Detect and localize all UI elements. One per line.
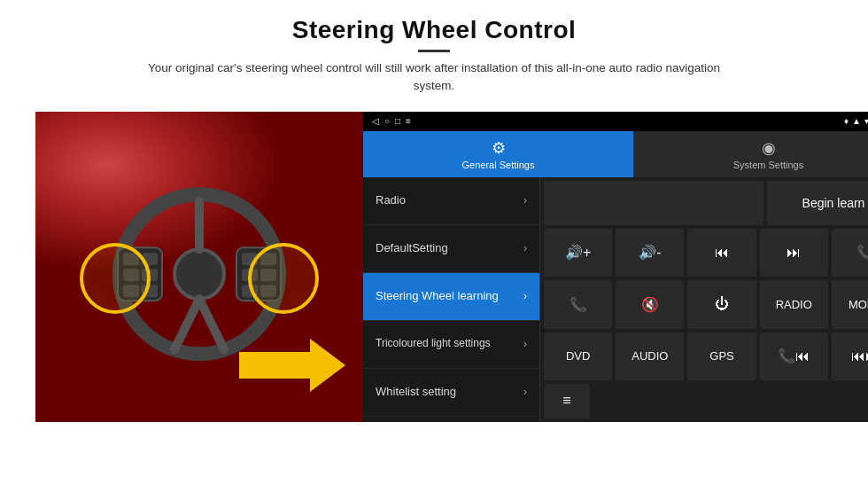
page-subtitle: Your original car's steering wheel contr… xyxy=(133,59,735,96)
nav-recent[interactable]: □ xyxy=(395,116,400,126)
volume-down-button[interactable]: 🔊- xyxy=(616,229,684,277)
menu-item-default-setting[interactable]: DefaultSetting › xyxy=(363,225,539,273)
gps-button[interactable]: GPS xyxy=(687,332,756,381)
menu-item-default-label: DefaultSetting xyxy=(376,241,523,256)
begin-learn-button[interactable]: Begin learn xyxy=(767,181,868,225)
svg-marker-19 xyxy=(239,339,345,392)
chevron-right-icon: › xyxy=(523,242,527,254)
screen-content: Radio › DefaultSetting › Steering Wheel … xyxy=(363,177,868,422)
gear-icon: ⚙ xyxy=(492,138,506,158)
highlight-circle-left xyxy=(80,243,151,314)
whitelist-icon-button[interactable]: ≡ xyxy=(544,384,590,418)
controls-panel: Begin learn 🔊+ 🔊- ⏮ xyxy=(540,177,868,422)
nav-back[interactable]: ◁ xyxy=(372,116,379,126)
begin-learn-row: Begin learn xyxy=(544,181,868,225)
whitelist-icon: ≡ xyxy=(562,393,570,409)
control-row-2: 📞 🔇 ⏻ RADIO MODE xyxy=(544,280,868,329)
radio-label: RADIO xyxy=(776,298,812,311)
status-bar: ◁ ○ □ ≡ ♦ ▲ ▾ 13:13 xyxy=(363,112,868,131)
nav-menu[interactable]: ≡ xyxy=(406,116,411,126)
dvd-button[interactable]: DVD xyxy=(544,332,612,381)
svg-line-3 xyxy=(174,299,199,349)
radio-button[interactable]: RADIO xyxy=(760,280,828,329)
tab-system-settings[interactable]: ◉ System Settings xyxy=(633,131,868,177)
system-icon: ◉ xyxy=(762,138,776,158)
phone-prev-button[interactable]: 📞⏮ xyxy=(760,332,828,381)
menu-item-whitelist-label: Whitelist setting xyxy=(376,385,523,400)
car-image-panel xyxy=(35,112,363,422)
phone-icon: 📞 xyxy=(856,244,868,261)
prev-track-icon: ⏮ xyxy=(715,245,729,261)
menu-item-radio[interactable]: Radio › xyxy=(363,177,539,225)
call-button-1[interactable]: 📞 xyxy=(832,229,868,277)
dvd-label: DVD xyxy=(566,349,590,363)
menu-item-whitelist[interactable]: Whitelist setting › xyxy=(363,369,539,417)
nav-buttons: ◁ ○ □ ≡ xyxy=(372,116,411,126)
next-track-button[interactable]: ⏭ xyxy=(760,229,828,277)
control-row-3: DVD AUDIO GPS 📞⏮ ⏮⏭ xyxy=(544,332,868,381)
title-section: Steering Wheel Control Your original car… xyxy=(133,16,735,96)
mode-label: MODE xyxy=(849,298,868,311)
volume-down-icon: 🔊- xyxy=(639,244,661,261)
control-row-4: ≡ xyxy=(544,384,868,418)
volume-up-icon: 🔊+ xyxy=(565,244,591,261)
chevron-right-icon: › xyxy=(523,338,527,350)
control-row-1: 🔊+ 🔊- ⏮ ⏭ 📞 xyxy=(544,229,868,277)
page-title: Steering Wheel Control xyxy=(133,16,735,44)
menu-item-steering-wheel[interactable]: Steering Wheel learning › xyxy=(363,273,539,321)
seek-icon: ⏮⏭ xyxy=(851,348,868,364)
answer-call-button[interactable]: 📞 xyxy=(544,280,612,329)
phone-prev-icon: 📞⏮ xyxy=(778,348,810,364)
gps-label: GPS xyxy=(709,349,733,363)
audio-label: AUDIO xyxy=(632,349,668,363)
status-indicators: ♦ ▲ ▾ 13:13 xyxy=(844,116,868,126)
audio-button[interactable]: AUDIO xyxy=(616,332,684,381)
power-icon: ⏻ xyxy=(715,296,729,312)
signal-icon: ▲ xyxy=(852,116,861,126)
tab-general-label: General Settings xyxy=(462,160,535,170)
menu-item-radio-label: Radio xyxy=(376,193,523,208)
svg-point-1 xyxy=(174,249,224,299)
svg-line-4 xyxy=(199,299,224,349)
highlight-circle-right xyxy=(248,243,319,314)
answer-icon: 📞 xyxy=(570,296,587,313)
tab-system-label: System Settings xyxy=(733,160,803,170)
mode-button[interactable]: MODE xyxy=(832,280,868,329)
volume-up-button[interactable]: 🔊+ xyxy=(544,229,612,277)
title-divider xyxy=(418,50,450,52)
chevron-right-icon: › xyxy=(523,386,527,398)
menu-item-steering-label: Steering Wheel learning xyxy=(376,289,523,304)
chevron-right-icon: › xyxy=(523,194,527,207)
blank-display-area xyxy=(544,181,763,225)
android-screen: ◁ ○ □ ≡ ♦ ▲ ▾ 13:13 ⚙ General Settings xyxy=(363,112,868,422)
location-icon: ♦ xyxy=(844,116,849,126)
chevron-right-icon: › xyxy=(523,290,527,302)
wifi-icon: ▾ xyxy=(864,116,868,126)
next-track-icon: ⏭ xyxy=(787,245,801,261)
menu-list: Radio › DefaultSetting › Steering Wheel … xyxy=(363,177,540,422)
content-row: ◁ ○ □ ≡ ♦ ▲ ▾ 13:13 ⚙ General Settings xyxy=(35,112,833,422)
tab-general-settings[interactable]: ⚙ General Settings xyxy=(363,131,633,177)
arrow-indicator xyxy=(239,339,345,395)
power-button[interactable]: ⏻ xyxy=(687,280,756,329)
prev-track-button[interactable]: ⏮ xyxy=(687,229,756,277)
seek-button[interactable]: ⏮⏭ xyxy=(832,332,868,381)
menu-item-tricoloured-label: Tricoloured light settings xyxy=(376,337,523,351)
nav-home[interactable]: ○ xyxy=(384,116,390,126)
tab-bar: ⚙ General Settings ◉ System Settings xyxy=(363,131,868,177)
mute-button[interactable]: 🔇 xyxy=(616,280,684,329)
menu-item-tricoloured[interactable]: Tricoloured light settings › xyxy=(363,321,539,369)
mute-icon: 🔇 xyxy=(641,296,659,313)
